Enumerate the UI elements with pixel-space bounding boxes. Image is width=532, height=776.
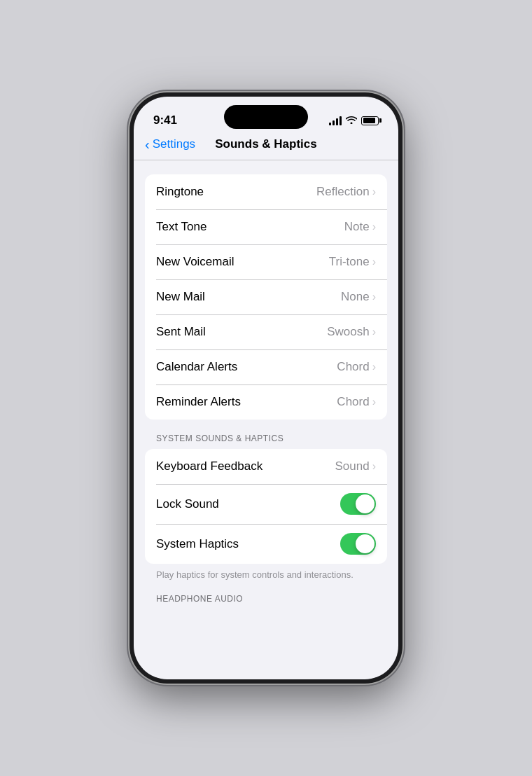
dynamic-island xyxy=(224,105,308,129)
headphone-audio-section: HEADPHONE AUDIO xyxy=(145,594,387,609)
ringtone-chevron-icon: › xyxy=(372,186,376,198)
new-mail-chevron-icon: › xyxy=(372,291,376,303)
calendar-alerts-value: Chord › xyxy=(337,360,376,374)
ringtone-label: Ringtone xyxy=(156,185,204,199)
status-time: 9:41 xyxy=(153,113,177,127)
lock-sound-row: Lock Sound xyxy=(145,484,387,524)
tones-group: Ringtone Reflection › Text Tone Note › xyxy=(145,174,387,420)
phone-screen: 9:41 xyxy=(134,97,398,679)
signal-bar-4 xyxy=(340,116,342,125)
system-haptics-toggle[interactable] xyxy=(340,533,376,555)
reminder-alerts-value: Chord › xyxy=(337,395,376,409)
sent-mail-chevron-icon: › xyxy=(372,326,376,338)
keyboard-feedback-row[interactable]: Keyboard Feedback Sound › xyxy=(145,449,387,484)
keyboard-feedback-chevron-icon: › xyxy=(372,460,376,473)
reminder-alerts-chevron-icon: › xyxy=(372,396,376,408)
system-haptics-label: System Haptics xyxy=(156,537,239,551)
new-voicemail-value-text: Tri-tone xyxy=(329,255,370,269)
ringtone-row[interactable]: Ringtone Reflection › xyxy=(145,174,387,209)
back-chevron-icon: ‹ xyxy=(145,137,150,153)
text-tone-label: Text Tone xyxy=(156,220,206,234)
status-icons xyxy=(329,116,379,126)
new-voicemail-label: New Voicemail xyxy=(156,255,234,269)
keyboard-feedback-value: Sound › xyxy=(335,459,377,473)
calendar-alerts-row[interactable]: Calendar Alerts Chord › xyxy=(145,349,387,384)
signal-bar-3 xyxy=(336,118,338,125)
system-haptics-row: System Haptics xyxy=(145,524,387,564)
new-voicemail-row[interactable]: New Voicemail Tri-tone › xyxy=(145,244,387,279)
sent-mail-label: Sent Mail xyxy=(156,325,206,339)
system-sounds-header: SYSTEM SOUNDS & HAPTICS xyxy=(145,434,387,449)
keyboard-feedback-value-text: Sound xyxy=(335,459,370,473)
tones-section: Ringtone Reflection › Text Tone Note › xyxy=(145,174,387,420)
phone-frame: 9:41 xyxy=(130,92,402,684)
calendar-alerts-chevron-icon: › xyxy=(372,361,376,373)
signal-bar-1 xyxy=(329,123,331,125)
text-tone-value-text: Note xyxy=(344,220,370,234)
calendar-alerts-label: Calendar Alerts xyxy=(156,360,237,374)
new-voicemail-value: Tri-tone › xyxy=(329,255,376,269)
signal-icon xyxy=(329,116,342,125)
nav-bar: ‹ Settings Sounds & Haptics xyxy=(134,134,398,160)
wifi-icon xyxy=(346,116,357,126)
system-haptics-toggle-knob xyxy=(356,534,374,553)
new-mail-value: None › xyxy=(341,290,376,304)
system-sounds-section: SYSTEM SOUNDS & HAPTICS Keyboard Feedbac… xyxy=(145,434,387,580)
sent-mail-value-text: Swoosh xyxy=(327,325,369,339)
ringtone-value: Reflection › xyxy=(316,185,376,199)
text-tone-value: Note › xyxy=(344,220,376,234)
new-mail-value-text: None xyxy=(341,290,370,304)
sent-mail-value: Swoosh › xyxy=(327,325,376,339)
signal-bar-2 xyxy=(332,120,335,125)
lock-sound-label: Lock Sound xyxy=(156,497,219,511)
text-tone-row[interactable]: Text Tone Note › xyxy=(145,209,387,244)
headphone-audio-header: HEADPHONE AUDIO xyxy=(145,594,387,609)
back-button[interactable]: ‹ Settings xyxy=(145,137,195,153)
keyboard-feedback-label: Keyboard Feedback xyxy=(156,459,262,473)
reminder-alerts-row[interactable]: Reminder Alerts Chord › xyxy=(145,384,387,420)
page-title: Sounds & Haptics xyxy=(215,137,316,151)
system-sounds-group: Keyboard Feedback Sound › Lock Sound xyxy=(145,449,387,564)
new-voicemail-chevron-icon: › xyxy=(372,256,376,268)
ringtone-value-text: Reflection xyxy=(316,185,370,199)
new-mail-row[interactable]: New Mail None › xyxy=(145,279,387,314)
system-haptics-note: Play haptics for system controls and int… xyxy=(145,564,387,580)
reminder-alerts-value-text: Chord xyxy=(337,395,369,409)
new-mail-label: New Mail xyxy=(156,290,205,304)
content-area: Ringtone Reflection › Text Tone Note › xyxy=(134,160,398,679)
sent-mail-row[interactable]: Sent Mail Swoosh › xyxy=(145,314,387,349)
lock-sound-toggle-knob xyxy=(356,494,374,513)
text-tone-chevron-icon: › xyxy=(372,221,376,233)
reminder-alerts-label: Reminder Alerts xyxy=(156,395,241,409)
back-label[interactable]: Settings xyxy=(153,137,195,151)
battery-icon xyxy=(361,116,379,125)
lock-sound-toggle[interactable] xyxy=(340,493,376,515)
calendar-alerts-value-text: Chord xyxy=(337,360,369,374)
